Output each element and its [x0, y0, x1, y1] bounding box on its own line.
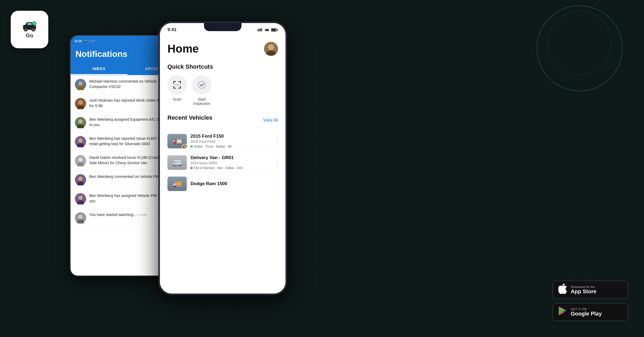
user-avatar[interactable] — [264, 42, 278, 56]
ios-home-header: Home — [167, 42, 278, 56]
appstore-badge[interactable]: Download on the App Store — [553, 281, 628, 299]
svg-point-51 — [198, 81, 205, 88]
svg-text:✓: ✓ — [33, 22, 35, 25]
notification-text: Ben Weinberg assigned Equipment A/C SCAL… — [89, 117, 169, 127]
svg-point-10 — [78, 100, 83, 105]
svg-rect-32 — [260, 28, 261, 32]
scan-label: Scan — [173, 97, 181, 101]
svg-rect-37 — [277, 29, 278, 31]
shortcuts-title: Quick Shortcuts — [167, 63, 278, 70]
vehicle-status: Out of Service · Van · Dallas - 019 — [191, 166, 273, 170]
store-badges: Download on the App Store GET IT ON Goog… — [553, 281, 628, 321]
chevron-right-icon: › — [276, 138, 278, 144]
googleplay-big-text: Google Play — [571, 311, 602, 317]
vehicle-info: Delivery Van - GR01 2014 Isuzu GR01 Out … — [191, 155, 273, 170]
ios-phone: 9:41 Home Quick Shortcuts — [158, 21, 287, 295]
avatar — [75, 155, 86, 166]
vehicle-sub: 2014 Isuzu GR01 — [191, 161, 273, 165]
svg-rect-3 — [27, 23, 32, 25]
svg-point-2 — [32, 28, 35, 31]
avatar — [75, 174, 86, 185]
shortcut-scan[interactable]: Scan — [167, 75, 187, 106]
svg-rect-36 — [272, 29, 276, 31]
svg-point-1 — [24, 28, 27, 31]
notification-text: David Galvin resolved Issue #1189 (Crack… — [89, 155, 169, 166]
avatar — [75, 212, 86, 224]
vehicle-name: 2015 Ford F150 — [191, 134, 273, 139]
avatar — [75, 117, 86, 128]
vehicle-sub: 2015 Ford F150 — [191, 140, 273, 144]
svg-point-7 — [78, 81, 83, 86]
appstore-big-text: App Store — [571, 288, 597, 295]
vehicle-info: Dodge Ram 1500 — [191, 181, 273, 186]
view-all-button[interactable]: View All — [263, 118, 278, 123]
status-dot — [191, 167, 193, 169]
googleplay-text: GET IT ON Google Play — [571, 307, 602, 317]
chevron-right-icon: › — [276, 160, 278, 165]
chevron-right-icon: › — [276, 181, 278, 187]
notification-text: Josh Hickman has reported Work Order #81… — [89, 98, 169, 108]
notification-text: Ben Weinberg has assigned Vehicle PW-1 t… — [89, 193, 169, 204]
googleplay-icon — [558, 306, 567, 318]
svg-rect-43 — [173, 81, 174, 84]
svg-point-53 — [184, 145, 186, 148]
notification-text: You have started watching... — [89, 212, 136, 218]
ios-time: 9:41 — [167, 27, 177, 32]
svg-point-25 — [78, 196, 83, 200]
app-logo: ✓ Go — [11, 11, 48, 48]
appstore-small-text: Download on the — [571, 285, 597, 288]
vehicle-item[interactable]: 🚛 2015 Ford F150 2015 Ford F150 Active ·… — [167, 130, 278, 152]
vehicle-name: Delivery Van - GR01 — [191, 155, 273, 160]
vehicle-status: Active · Truck · Dallas - 08 — [191, 145, 273, 148]
notification-text: Michael Harrison commented on Vehicle Co… — [89, 79, 167, 89]
svg-point-16 — [78, 138, 83, 143]
page-title: Home — [167, 42, 199, 55]
recent-header: Recent Vehicles View All — [167, 114, 278, 126]
svg-rect-33 — [261, 28, 262, 31]
svg-rect-45 — [180, 81, 181, 84]
svg-point-13 — [78, 119, 83, 124]
appstore-text: Download on the App Store — [571, 285, 597, 295]
car-icon: ✓ — [21, 21, 38, 31]
svg-rect-49 — [180, 86, 181, 89]
shortcuts-row: Scan StartInspection — [167, 75, 278, 106]
avatar — [75, 193, 86, 204]
shortcut-inspection[interactable]: StartInspection — [192, 75, 211, 106]
vehicle-item[interactable]: 🚐 Delivery Van - GR01 2014 Isuzu GR01 Ou… — [167, 152, 278, 173]
avatar — [75, 136, 86, 147]
ios-status-icons — [258, 28, 278, 32]
scan-icon-circle — [167, 75, 187, 94]
inspection-label: StartInspection — [193, 97, 210, 106]
apple-icon — [558, 284, 567, 296]
svg-point-41 — [268, 44, 274, 50]
inspection-icon-circle — [192, 75, 211, 94]
ios-notch — [204, 23, 241, 31]
svg-rect-47 — [173, 86, 174, 89]
avatar — [75, 98, 86, 109]
app-logo-label: Go — [26, 32, 33, 39]
svg-rect-30 — [258, 29, 258, 31]
ios-content: Home Quick Shortcuts — [160, 36, 286, 294]
tab-inbox[interactable]: INBOX — [71, 63, 127, 75]
status-text: Out of Service · Van · Dallas - 019 — [194, 166, 243, 170]
notification-text: Ben Weinberg has reported Issue #1497 (T… — [89, 136, 169, 146]
vehicle-thumbnail: 🚐 — [167, 155, 187, 170]
googleplay-small-text: GET IT ON — [571, 307, 602, 311]
ios-statusbar: 9:41 — [160, 23, 286, 36]
vehicle-name: Dodge Ram 1500 — [191, 181, 273, 186]
svg-rect-31 — [259, 29, 260, 31]
status-text: Active · Truck · Dallas - 08 — [194, 145, 231, 148]
svg-point-19 — [78, 157, 83, 162]
svg-rect-50 — [174, 85, 180, 85]
vehicle-avatar — [182, 144, 187, 148]
vehicle-thumbnail: 🚚 — [167, 177, 187, 191]
vehicle-item[interactable]: 🚚 Dodge Ram 1500 › — [167, 173, 278, 194]
googleplay-badge[interactable]: GET IT ON Google Play — [553, 303, 628, 321]
recent-title: Recent Vehicles — [167, 114, 213, 121]
avatar — [75, 79, 86, 90]
svg-point-28 — [78, 215, 83, 219]
notification-time: 1 month — [136, 213, 147, 218]
status-dot — [191, 145, 193, 148]
vehicle-thumbnail: 🚛 — [167, 134, 187, 148]
circle-decoration-inner — [547, 11, 612, 75]
